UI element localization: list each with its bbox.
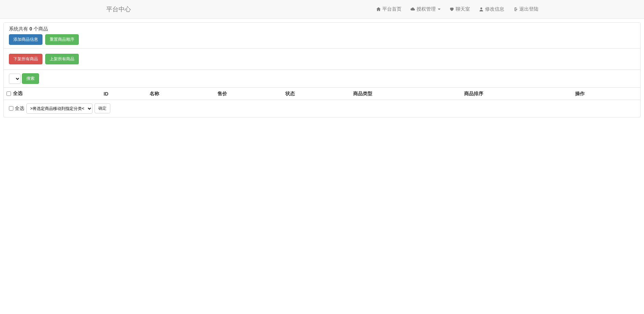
panel-footer: 全选 >将选定商品移动到指定分类< 确定 [4, 100, 640, 117]
heart-icon [449, 7, 454, 12]
nav-chatroom[interactable]: 聊天室 [445, 1, 474, 17]
th-action: 操作 [572, 88, 640, 100]
logout-icon [513, 7, 518, 12]
top-navbar: 平台中心 平台首页 授权管理 聊天室 修改信息 [0, 0, 644, 19]
select-all-checkbox-bottom[interactable] [9, 106, 13, 111]
action-row-1: 添加商品信息 重置商品顺序 [9, 34, 635, 45]
th-status: 状态 [283, 88, 350, 100]
nav-label: 授权管理 [417, 6, 436, 12]
summary-count: 0 [29, 26, 32, 32]
th-sort: 商品排序 [461, 88, 572, 100]
home-icon [376, 7, 381, 12]
panel-body-search: 搜索 [4, 70, 640, 88]
summary-suffix: 个商品 [32, 26, 48, 32]
panel-heading: 系统共有 0 个商品 添加商品信息 重置商品顺序 [4, 23, 640, 49]
nav-menu: 平台首页 授权管理 聊天室 修改信息 退出登陆 [372, 1, 543, 17]
nav-home[interactable]: 平台首页 [372, 1, 406, 17]
select-all-checkbox-top[interactable] [7, 91, 11, 96]
table-header-row: 全选 ID 名称 售价 状态 商品类型 商品排序 操作 [4, 88, 640, 100]
select-all-bottom-text: 全选 [15, 105, 24, 112]
category-select[interactable] [9, 74, 21, 84]
list-all-button[interactable]: 上架所有商品 [45, 54, 79, 64]
remove-all-button[interactable]: 下架所有商品 [9, 54, 42, 64]
chevron-down-icon [438, 9, 441, 10]
nav-label: 修改信息 [485, 6, 504, 12]
add-product-button[interactable]: 添加商品信息 [9, 34, 42, 45]
summary-text: 系统共有 0 个商品 [9, 26, 635, 32]
summary-prefix: 系统共有 [9, 26, 29, 32]
nav-label: 平台首页 [382, 6, 401, 12]
select-all-bottom-label[interactable]: 全选 [9, 105, 24, 112]
th-name: 名称 [147, 88, 215, 100]
reset-order-button[interactable]: 重置商品顺序 [45, 34, 79, 45]
main-panel: 系统共有 0 个商品 添加商品信息 重置商品顺序 下架所有商品 上架所有商品 搜… [3, 22, 641, 117]
user-icon [479, 7, 484, 12]
nav-label: 聊天室 [456, 6, 470, 12]
nav-edit-info[interactable]: 修改信息 [474, 1, 509, 17]
nav-logout[interactable]: 退出登陆 [509, 1, 543, 17]
cloud-icon [410, 7, 415, 12]
search-button[interactable]: 搜索 [22, 73, 39, 84]
nav-label: 退出登陆 [519, 6, 538, 12]
panel-body-actions: 下架所有商品 上架所有商品 [4, 49, 640, 70]
select-all-label: 全选 [13, 90, 23, 97]
th-type: 商品类型 [350, 88, 461, 100]
confirm-button[interactable]: 确定 [95, 103, 110, 113]
product-table: 全选 ID 名称 售价 状态 商品类型 商品排序 操作 [4, 88, 640, 100]
move-category-select[interactable]: >将选定商品移动到指定分类< [26, 103, 92, 114]
th-price: 售价 [215, 88, 283, 100]
brand-link[interactable]: 平台中心 [101, 0, 136, 18]
th-id: ID [101, 88, 147, 100]
nav-auth-management[interactable]: 授权管理 [406, 1, 445, 17]
